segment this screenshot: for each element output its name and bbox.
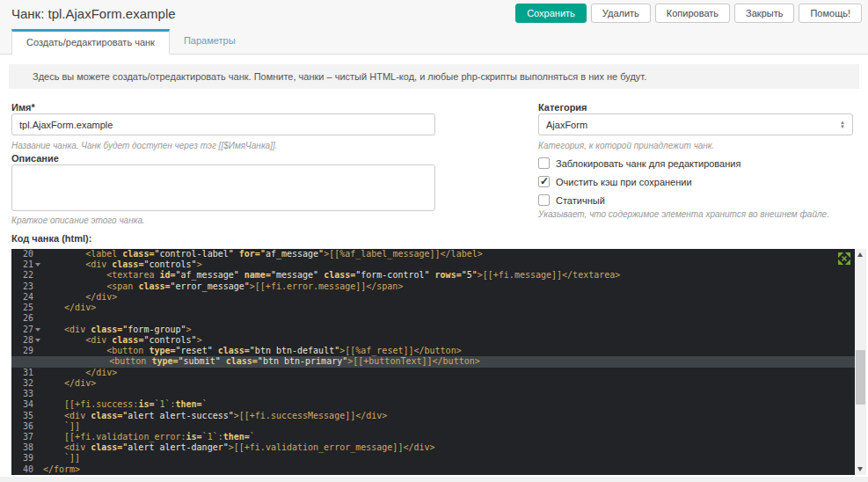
line-number: 25 (11, 303, 40, 313)
description-textarea[interactable] (11, 164, 435, 211)
line-number: 28 (11, 335, 40, 346)
description-label: Описание (11, 153, 59, 164)
chunk-name-input[interactable] (11, 113, 435, 135)
line-number: 32 (11, 378, 40, 389)
checkbox-box[interactable] (538, 194, 550, 206)
code-line[interactable]: <textarea id="af_message" name="message"… (43, 270, 855, 281)
code-editor[interactable]: 2021222324252627282930313233343536373839… (11, 249, 866, 475)
checkbox-box[interactable] (538, 157, 550, 169)
line-number: 37 (11, 432, 40, 442)
line-number: 33 (11, 389, 40, 399)
description-help: Краткое описание этого чанка. (11, 215, 145, 225)
code-line[interactable]: <div class="controls"> (43, 259, 855, 270)
code-line[interactable]: [[+fi.success:is=`1`:then=` (43, 399, 855, 410)
name-label: Имя* (11, 102, 35, 113)
page-footer (0, 477, 868, 482)
checkbox-label: Заблокировать чанк для редактирования (556, 158, 740, 169)
code-line[interactable]: <div class="alert alert-danger">[[+fi.va… (43, 442, 855, 453)
category-label: Категория (538, 102, 587, 113)
line-number: 24 (11, 292, 40, 303)
tab-parameters[interactable]: Параметры (170, 29, 250, 54)
help-button[interactable]: Помощь! (799, 4, 862, 23)
checkbox-help: Указывает, что содержимое элемента храни… (538, 209, 855, 219)
select-arrows-icon (840, 120, 845, 129)
code-label: Код чанка (html): (11, 233, 91, 244)
code-line[interactable]: [[+fi.validation_error:is=`1`:then=` (43, 432, 855, 442)
scroll-up-icon[interactable] (855, 249, 866, 260)
line-number: 39 (11, 453, 40, 464)
editor-code-area[interactable]: <label class="control-label" for="af_mes… (40, 249, 855, 475)
tab-create-edit-chunk[interactable]: Создать/редактировать чанк (11, 29, 170, 55)
code-line[interactable]: <div class="alert alert-success">[[+fi.s… (43, 411, 855, 421)
line-number: 35 (11, 411, 40, 421)
code-line[interactable]: </div> (43, 292, 855, 303)
code-line[interactable]: <button type="submit" class="btn btn-pri… (11, 356, 855, 367)
line-number: 22 (11, 270, 40, 281)
line-number: 34 (11, 399, 40, 410)
close-button[interactable]: Закрыть (734, 4, 794, 23)
category-help: Категория, к которой принадлежит чанк. (538, 141, 714, 150)
code-line[interactable]: </form> (43, 464, 855, 475)
line-number: 20 (11, 249, 40, 259)
line-number: 40 (11, 464, 40, 475)
line-number: 38 (11, 442, 40, 453)
checkbox-label: Очистить кэш при сохранении (556, 177, 692, 187)
code-line[interactable]: <button type="reset" class="btn btn-defa… (43, 346, 855, 356)
code-line[interactable] (43, 389, 855, 399)
fullscreen-icon[interactable] (838, 252, 850, 265)
editor-scrollbar[interactable] (855, 249, 866, 475)
static-checkbox[interactable]: Статичный (538, 194, 855, 207)
save-button[interactable]: Сохранить (515, 4, 587, 23)
line-number: 29 (11, 346, 40, 356)
info-message: Здесь вы можете создать/отредактировать … (9, 64, 859, 89)
code-line[interactable]: </div> (43, 368, 855, 378)
category-select[interactable]: AjaxForm (538, 113, 853, 135)
tab-bar: Создать/редактировать чанкПараметры (0, 29, 868, 55)
code-line[interactable]: <div class="form-group"> (43, 325, 855, 335)
code-line[interactable]: `]] (43, 421, 855, 432)
code-line[interactable]: `]] (43, 453, 855, 464)
code-line[interactable]: </div> (43, 378, 855, 389)
checkbox-box[interactable] (538, 176, 550, 187)
copy-button[interactable]: Копировать (655, 4, 730, 23)
lock-chunk-checkbox[interactable]: Заблокировать чанк для редактирования (538, 157, 855, 170)
checkbox-group: Заблокировать чанк для редактированияОчи… (538, 157, 855, 224)
code-line[interactable] (43, 313, 855, 324)
name-help: Название чанка. Чанк будет доступен чере… (11, 141, 278, 150)
code-line[interactable]: <div class="controls"> (43, 335, 855, 346)
line-number: 23 (11, 281, 40, 292)
line-number: 21 (11, 259, 40, 270)
delete-button[interactable]: Удалить (591, 4, 651, 23)
line-number: 36 (11, 421, 40, 432)
clear-cache-checkbox[interactable]: Очистить кэш при сохранении (538, 175, 855, 188)
scrollbar-thumb[interactable] (856, 350, 865, 405)
checkbox-label: Статичный (556, 195, 605, 206)
code-line[interactable]: </div> (43, 303, 855, 313)
line-number: 26 (11, 313, 40, 324)
page-header: Чанк: tpl.AjaxForm.example СохранитьУдал… (0, 0, 868, 29)
chunk-editor-page: Чанк: tpl.AjaxForm.example СохранитьУдал… (0, 0, 868, 482)
code-line[interactable]: <label class="control-label" for="af_mes… (43, 249, 855, 259)
code-line[interactable]: <span class="error_message">[[+fi.error.… (43, 281, 855, 292)
line-number: 31 (11, 368, 40, 378)
page-title: Чанк: tpl.AjaxForm.example (11, 6, 176, 21)
toolbar-buttons: СохранитьУдалитьКопироватьЗакрытьПомощь! (515, 4, 862, 23)
line-number: 27 (11, 325, 40, 335)
scroll-down-icon[interactable] (855, 464, 866, 475)
category-selected-value: AjaxForm (546, 120, 587, 130)
